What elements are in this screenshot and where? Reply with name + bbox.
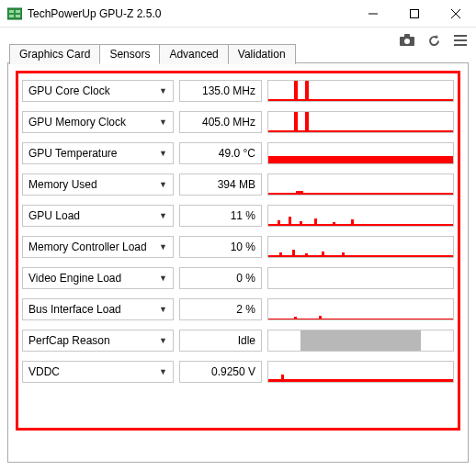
svg-rect-10	[404, 34, 410, 38]
sensor-label-dropdown[interactable]: VDDC ▼	[22, 361, 174, 383]
sensor-graph[interactable]	[267, 236, 454, 258]
sensor-graph[interactable]	[267, 361, 454, 383]
tab-validation[interactable]: Validation	[228, 44, 296, 64]
sensor-label-text: GPU Core Clock	[28, 84, 110, 97]
sensor-row: VDDC ▼ 0.9250 V	[22, 360, 454, 384]
sensor-label-text: Bus Interface Load	[28, 303, 121, 316]
sensor-graph[interactable]	[267, 330, 454, 352]
chevron-down-icon: ▼	[159, 242, 167, 252]
maximize-button[interactable]	[393, 0, 435, 28]
svg-rect-1	[9, 10, 14, 13]
chevron-down-icon: ▼	[159, 180, 167, 189]
sensor-row: PerfCap Reason ▼ Idle	[22, 329, 454, 352]
sensor-value: 11 %	[179, 205, 262, 227]
sensor-label-dropdown[interactable]: PerfCap Reason ▼	[22, 330, 174, 352]
svg-rect-3	[9, 15, 14, 17]
sensor-value: 394 MB	[179, 173, 262, 196]
sensor-label-text: Video Engine Load	[28, 272, 121, 285]
svg-rect-4	[16, 15, 20, 17]
tabs: Graphics Card Sensors Advanced Validatio…	[9, 44, 295, 64]
highlight-box: GPU Core Clock ▼ 135.0 MHz GPU Memory Cl…	[16, 71, 460, 431]
sensor-graph[interactable]	[267, 173, 454, 196]
sensor-label-dropdown[interactable]: GPU Load ▼	[22, 205, 174, 227]
tab-advanced[interactable]: Advanced	[159, 44, 228, 64]
sensor-label-text: GPU Load	[28, 209, 80, 222]
sensor-label-dropdown[interactable]: Memory Used ▼	[22, 173, 174, 196]
sensor-graph[interactable]	[267, 142, 454, 164]
svg-point-11	[404, 39, 410, 44]
sensor-row: GPU Temperature ▼ 49.0 °C	[22, 141, 454, 165]
sensor-value: Idle	[179, 330, 262, 352]
sensor-label-dropdown[interactable]: Bus Interface Load ▼	[22, 298, 174, 320]
sensor-label-text: VDDC	[28, 365, 60, 378]
sensor-label-dropdown[interactable]: GPU Core Clock ▼	[22, 80, 174, 102]
sensor-graph[interactable]	[267, 205, 454, 227]
sensor-row: Video Engine Load ▼ 0 %	[22, 266, 454, 290]
titlebar: TechPowerUp GPU-Z 2.5.0	[0, 0, 476, 28]
sensor-value: 2 %	[179, 298, 262, 320]
sensor-label-text: PerfCap Reason	[28, 334, 110, 347]
menu-icon[interactable]	[454, 35, 467, 46]
chevron-down-icon: ▼	[159, 305, 167, 314]
svg-rect-0	[7, 8, 22, 19]
sensor-label-text: GPU Memory Clock	[28, 116, 126, 129]
sensor-graph[interactable]	[267, 267, 454, 289]
window-buttons	[352, 0, 476, 27]
close-button[interactable]	[435, 0, 476, 28]
sensors-panel: GPU Core Clock ▼ 135.0 MHz GPU Memory Cl…	[7, 62, 469, 463]
chevron-down-icon: ▼	[159, 86, 167, 95]
sensor-graph[interactable]	[267, 111, 454, 133]
sensor-value: 135.0 MHz	[179, 80, 262, 102]
chevron-down-icon: ▼	[159, 367, 167, 376]
sensor-graph[interactable]	[267, 80, 454, 102]
sensor-row: Bus Interface Load ▼ 2 %	[22, 297, 454, 321]
sensor-row: Memory Used ▼ 394 MB	[22, 173, 454, 196]
chevron-down-icon: ▼	[159, 274, 167, 283]
sensor-value: 405.0 MHz	[179, 111, 262, 133]
sensor-row: GPU Core Clock ▼ 135.0 MHz	[22, 79, 454, 103]
minimize-button[interactable]	[352, 0, 393, 28]
chevron-down-icon: ▼	[159, 211, 167, 220]
sensor-label-text: GPU Temperature	[28, 147, 118, 160]
sensor-value: 0 %	[179, 267, 262, 289]
sensor-value: 10 %	[179, 236, 262, 258]
camera-icon[interactable]	[400, 34, 414, 47]
chevron-down-icon: ▼	[159, 336, 167, 345]
sensor-row: GPU Memory Clock ▼ 405.0 MHz	[22, 110, 454, 134]
svg-rect-6	[410, 10, 418, 18]
sensor-label-dropdown[interactable]: GPU Memory Clock ▼	[22, 111, 174, 133]
window-title: TechPowerUp GPU-Z 2.5.0	[28, 7, 352, 20]
sensor-label-dropdown[interactable]: GPU Temperature ▼	[22, 142, 174, 164]
refresh-icon[interactable]	[427, 34, 441, 48]
sensor-label-text: Memory Controller Load	[28, 241, 147, 253]
tab-sensors[interactable]: Sensors	[99, 44, 160, 64]
sensor-value: 49.0 °C	[179, 142, 262, 164]
chevron-down-icon: ▼	[159, 118, 167, 127]
sensor-graph[interactable]	[267, 298, 454, 320]
tab-graphics-card[interactable]: Graphics Card	[9, 44, 100, 64]
svg-rect-2	[16, 10, 20, 13]
sensor-label-text: Memory Used	[28, 178, 97, 191]
chevron-down-icon: ▼	[159, 149, 167, 158]
sensor-label-dropdown[interactable]: Memory Controller Load ▼	[22, 236, 174, 258]
sensor-label-dropdown[interactable]: Video Engine Load ▼	[22, 267, 174, 289]
sensor-row: GPU Load ▼ 11 %	[22, 204, 454, 228]
app-icon	[7, 6, 22, 21]
sensor-value: 0.9250 V	[179, 361, 262, 383]
sensor-row: Memory Controller Load ▼ 10 %	[22, 235, 454, 259]
